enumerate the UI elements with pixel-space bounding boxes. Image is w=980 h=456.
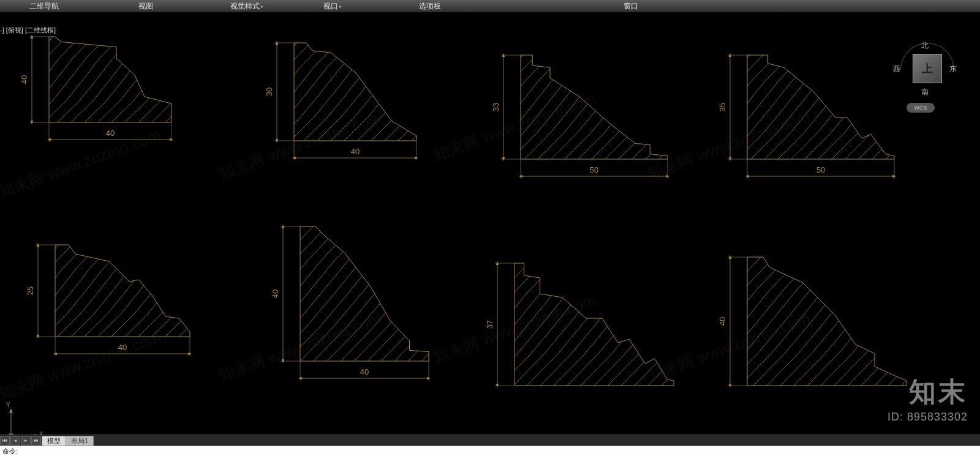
tab-next-button[interactable]: ▸ [21,436,31,446]
menu-visual-styles[interactable]: 视觉样式▸ [158,0,268,12]
svg-text:50: 50 [816,165,825,174]
profile-drawing: 40 [717,251,919,435]
svg-text:40: 40 [718,317,727,326]
drawing-canvas[interactable]: -] [俯视] [二维线框] 知末网 www.znzmo.com 知末网 www… [0,12,980,435]
chevron-right-icon: ▸ [339,4,342,9]
profile-drawing: 37 [484,257,686,435]
menu-label: 选项板 [419,1,441,12]
svg-text:35: 35 [718,103,727,111]
profile-drawing: 4040 [270,220,441,410]
svg-marker-59 [9,409,13,413]
view-cube-south[interactable]: 南 [882,87,968,97]
command-prompt: 命令: [2,447,18,455]
tab-last-button[interactable]: ⏭ [31,436,41,446]
profile-drawing: 4040 [18,31,184,171]
svg-text:25: 25 [26,286,35,295]
profile-drawing: 3350 [490,49,680,208]
menu-palettes[interactable]: 选项板 [347,0,446,12]
menu-2d-nav[interactable]: 二维导航 [0,0,64,12]
tab-model[interactable]: 模型 [42,436,66,446]
chevron-right-icon: ▸ [261,4,263,9]
brand-watermark: 知末 [909,374,968,410]
ucs-y-label: Y [6,402,10,408]
menu-label: 视觉样式 [230,1,260,12]
profile-drawing: 2540 [24,239,202,386]
view-cube[interactable]: 北 南 西 东 上 WCS [882,37,968,129]
svg-text:37: 37 [485,320,494,329]
command-line[interactable]: 命令: [0,446,980,456]
view-cube-north[interactable]: 北 [882,40,968,51]
menu-viewport[interactable]: 视口▸ [268,0,347,12]
view-cube-east[interactable]: 东 [949,64,957,74]
tab-prev-button[interactable]: ◂ [10,436,20,446]
svg-text:40: 40 [20,75,29,84]
layout-tab-bar: ⏮ ◂ ▸ ⏭ 模型 布局1 [0,435,980,446]
svg-text:40: 40 [271,290,280,298]
menu-window[interactable]: 窗口 [446,0,643,12]
tab-first-button[interactable]: ⏮ [0,436,10,446]
menu-label: 视图 [138,1,153,12]
menu-view[interactable]: 视图 [64,0,158,12]
menu-label: 视口 [323,1,338,12]
wcs-badge[interactable]: WCS [907,103,935,113]
menu-label: 窗口 [624,1,638,12]
view-cube-west[interactable]: 西 [893,64,900,74]
svg-text:50: 50 [590,165,598,174]
tab-layout1[interactable]: 布局1 [66,436,94,446]
view-cube-face-top[interactable]: 上 [913,54,942,83]
profile-drawing: 3040 [263,37,429,190]
svg-text:33: 33 [491,103,500,111]
svg-text:40: 40 [118,343,127,352]
svg-text:30: 30 [265,88,274,96]
profile-drawing: 3550 [717,49,907,208]
brand-id: ID: 895833302 [888,411,968,424]
svg-text:40: 40 [106,129,115,138]
svg-text:40: 40 [360,367,369,376]
svg-text:40: 40 [351,147,360,156]
menu-label: 二维导航 [29,1,59,12]
menu-bar: 二维导航 视图 视觉样式▸ 视口▸ 选项板 窗口 [0,0,980,12]
